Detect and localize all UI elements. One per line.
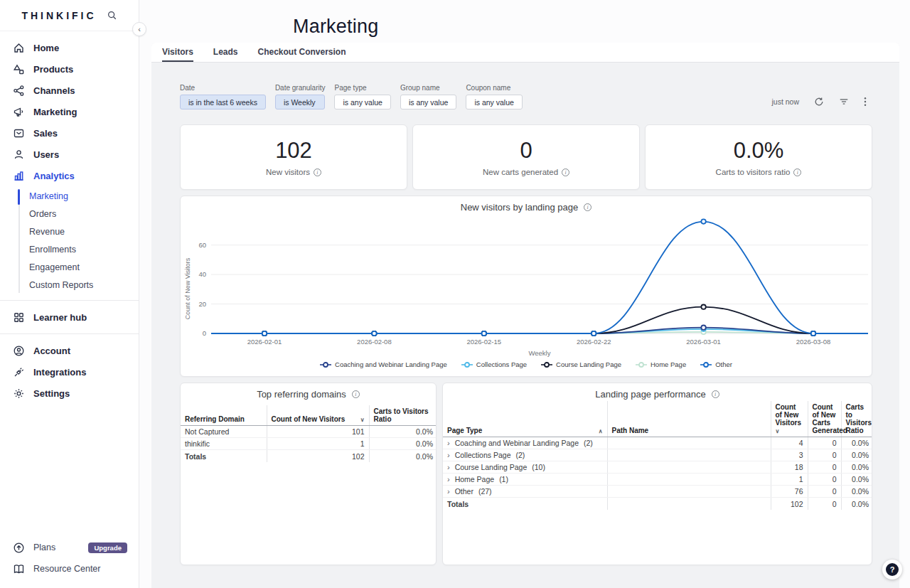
search-icon[interactable] — [107, 10, 117, 21]
tab-bar: Visitors Leads Checkout Conversion — [151, 43, 899, 63]
legend-label: Collections Page — [476, 360, 527, 368]
legend-item[interactable]: Course Landing Page — [541, 360, 621, 368]
expand-row-icon[interactable]: › — [447, 463, 450, 471]
referring-domains-card: Top referring domains i Referring Domain… — [180, 383, 437, 565]
kpi-new-visitors: 102 New visitorsi — [180, 124, 407, 190]
sidebar-item-resource-center[interactable]: Resource Center — [0, 558, 139, 579]
sidebar-item-plans[interactable]: Plans Upgrade — [0, 537, 139, 558]
chart-card: New visitors by landing page i 0204060Co… — [180, 196, 872, 377]
column-header-referring-domain[interactable]: Referring Domain — [181, 405, 267, 426]
expand-row-icon[interactable]: › — [447, 475, 450, 483]
info-icon[interactable]: i — [352, 390, 360, 398]
sidebar-item-label: Users — [33, 149, 59, 160]
svg-text:Weekly: Weekly — [529, 349, 551, 357]
question-mark-icon: ? — [886, 563, 899, 576]
info-icon[interactable]: i — [562, 169, 569, 176]
analytics-submenu: Marketing Orders Revenue Enrollments Eng… — [0, 188, 139, 294]
sidebar-subitem-enrollments[interactable]: Enrollments — [0, 241, 139, 259]
legend-marker-icon — [700, 361, 712, 368]
column-header-count-new-visitors[interactable]: Count of New Visitors∨ — [267, 405, 369, 426]
sidebar-subitem-marketing[interactable]: Marketing — [0, 188, 139, 205]
table-row: ›Collections Page(2) 3 0 0.0% — [443, 449, 872, 461]
tab-checkout-conversion[interactable]: Checkout Conversion — [258, 43, 346, 62]
dashboard-actions: just now — [771, 97, 867, 107]
totals-row: Totals 102 0.0% — [181, 450, 437, 463]
sidebar-subitem-custom-reports[interactable]: Custom Reports — [0, 277, 139, 294]
kpi-label: New carts generatedi — [483, 168, 569, 176]
expand-row-icon[interactable]: › — [447, 487, 450, 496]
sort-desc-icon: ∨ — [776, 428, 780, 434]
sidebar-item-account[interactable]: Account — [0, 340, 139, 361]
filter-icon[interactable] — [839, 97, 849, 107]
svg-text:2026-03-01: 2026-03-01 — [686, 338, 721, 346]
expand-row-icon[interactable]: › — [447, 451, 450, 459]
sidebar-item-marketing[interactable]: Marketing — [0, 101, 139, 122]
svg-text:40: 40 — [198, 270, 206, 278]
column-header-path-name[interactable]: Path Name — [607, 401, 771, 437]
column-header-carts-ratio[interactable]: Carts to Visitors Ratio — [841, 401, 872, 437]
channels-icon — [13, 85, 25, 97]
legend-item[interactable]: Collections Page — [461, 360, 527, 368]
sidebar-item-home[interactable]: Home — [0, 37, 139, 58]
sidebar-item-products[interactable]: Products — [0, 58, 139, 80]
expand-row-icon[interactable]: › — [447, 439, 450, 447]
kpi-label: New visitorsi — [266, 168, 321, 176]
sidebar-item-users[interactable]: Users — [0, 144, 139, 165]
sidebar-item-channels[interactable]: Channels — [0, 80, 139, 101]
tab-leads[interactable]: Leads — [213, 43, 238, 62]
table-title: Top referring domains — [257, 389, 346, 400]
filter-granularity-chip[interactable]: is Weekly — [275, 95, 326, 109]
filter-group-name-chip[interactable]: is any value — [400, 95, 456, 109]
legend-item[interactable]: Coaching and Webinar Landing Page — [320, 360, 447, 368]
column-header-carts-ratio[interactable]: Carts to Visitors Ratio — [369, 405, 437, 426]
user-icon — [13, 149, 25, 161]
filter-page-type-chip[interactable]: is any value — [334, 95, 390, 109]
filter-date-granularity: Date granularity is Weekly — [275, 84, 326, 109]
filter-date-chip[interactable]: is in the last 6 weeks — [180, 95, 266, 109]
info-icon[interactable]: i — [793, 169, 801, 176]
upgrade-badge[interactable]: Upgrade — [88, 542, 127, 553]
legend-item[interactable]: Home Page — [636, 360, 686, 368]
sidebar-item-label: Resource Center — [33, 564, 101, 574]
sidebar-item-label: Analytics — [33, 171, 75, 181]
sidebar-collapse-button[interactable]: ‹ — [132, 22, 146, 36]
grid-icon — [13, 311, 25, 324]
svg-text:2026-02-08: 2026-02-08 — [357, 338, 392, 346]
info-icon[interactable]: i — [712, 390, 719, 398]
svg-text:20: 20 — [198, 300, 206, 308]
sidebar-subitem-engagement[interactable]: Engagement — [0, 259, 139, 277]
refresh-icon[interactable] — [814, 97, 824, 107]
legend-marker-icon — [461, 361, 473, 368]
svg-text:2026-02-15: 2026-02-15 — [466, 338, 501, 346]
tables-row: Top referring domains i Referring Domain… — [180, 383, 872, 565]
bar-chart-icon — [13, 170, 25, 182]
column-header-count-new-carts[interactable]: Count of New Carts Generated — [808, 401, 841, 437]
sidebar-subitem-revenue[interactable]: Revenue — [0, 223, 139, 241]
sidebar-item-label: Sales — [33, 128, 58, 139]
info-icon[interactable]: i — [584, 203, 592, 211]
sidebar-item-label: Marketing — [33, 107, 77, 117]
column-header-page-type[interactable]: Page Type∧ — [443, 401, 607, 437]
sidebar-subitem-orders[interactable]: Orders — [0, 205, 139, 223]
info-icon[interactable]: i — [314, 169, 321, 176]
column-header-count-new-visitors[interactable]: Count of New Visitors ∨ — [771, 401, 808, 437]
legend-item[interactable]: Other — [700, 360, 732, 368]
sidebar-item-integrations[interactable]: Integrations — [0, 361, 139, 383]
totals-row: Totals 102 0 0.0% — [443, 498, 872, 511]
filter-coupon-name-chip[interactable]: is any value — [466, 95, 522, 109]
sidebar-item-analytics[interactable]: Analytics — [0, 165, 139, 186]
chart-legend: Coaching and Webinar Landing PageCollect… — [181, 360, 872, 368]
sidebar-item-settings[interactable]: Settings — [0, 383, 139, 404]
thinkific-logo: THINKIFIC — [21, 10, 96, 21]
tab-visitors[interactable]: Visitors — [162, 43, 193, 62]
table-row: ›Course Landing Page(10) 18 0 0.0% — [443, 461, 872, 474]
sidebar-footer: Plans Upgrade Resource Center — [0, 537, 139, 579]
kpi-carts-ratio: 0.0% Carts to visitors ratioi — [645, 124, 872, 190]
page-header: Marketing — [139, 0, 910, 43]
help-button[interactable]: ? — [882, 560, 902, 579]
sidebar-item-learner-hub[interactable]: Learner hub — [0, 306, 139, 328]
sidebar-item-sales[interactable]: Sales — [0, 122, 139, 144]
kebab-menu-icon[interactable] — [864, 97, 867, 107]
upgrade-arrow-icon — [13, 542, 25, 554]
table-row: ›Home Page(1) 1 0 0.0% — [443, 474, 872, 486]
